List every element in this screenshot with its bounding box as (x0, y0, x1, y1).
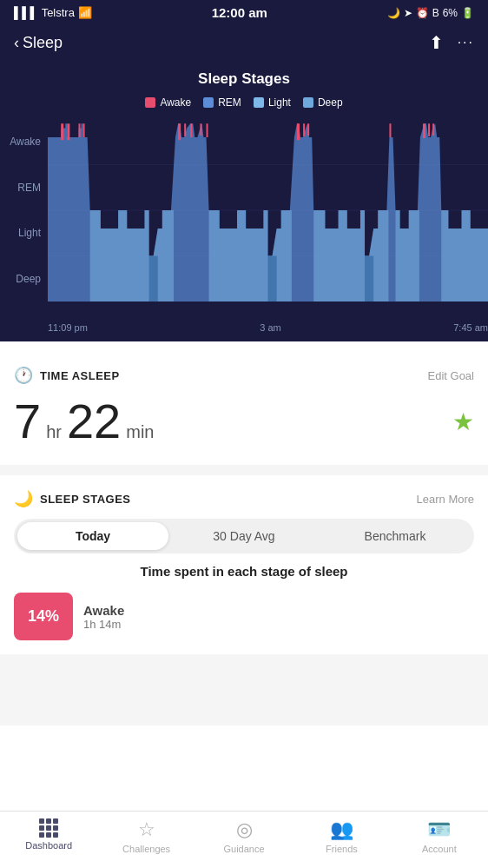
sleep-tabs: Today 30 Day Avg Benchmark (14, 519, 474, 553)
bottom-nav: Dashboard ☆ Challenges ◎ Guidance 👥 Frie… (0, 811, 488, 868)
awake-name: Awake (83, 603, 124, 618)
chart-area: Awake REM Light Deep (0, 119, 488, 341)
y-label-rem: REM (3, 182, 41, 194)
time-asleep-title: TIME ASLEEP (40, 369, 120, 382)
alarm-icon: ⏰ (416, 7, 429, 19)
nav-challenges-label: Challenges (122, 844, 170, 854)
chart-title: Sleep Stages (0, 70, 488, 88)
status-carrier: ▌▌▌ Telstra 📶 (14, 6, 92, 19)
svg-rect-12 (207, 123, 208, 137)
legend-item-light: Light (254, 96, 291, 109)
awake-label: Awake 1h 14m (83, 603, 124, 631)
x-label-start: 11:09 pm (48, 322, 88, 333)
x-label-end: 7:45 am (453, 322, 488, 333)
chevron-left-icon: ‹ (14, 34, 19, 52)
tab-today[interactable]: Today (17, 522, 168, 550)
nav-bar: ‹ Sleep ⬆ ··· (0, 25, 488, 62)
svg-rect-8 (178, 123, 181, 140)
y-label-deep: Deep (3, 273, 41, 285)
min-unit: min (126, 422, 154, 442)
time-display: 7 hr 22 min (14, 397, 154, 446)
legend-label: Awake (160, 96, 191, 109)
friends-icon: 👥 (330, 818, 353, 841)
time-asleep-header: 🕐 TIME ASLEEP Edit Goal (14, 366, 474, 385)
time-display-row: 7 hr 22 min ★ (14, 392, 474, 451)
more-button[interactable]: ··· (458, 35, 474, 50)
nav-dashboard-label: Dashboard (25, 840, 72, 851)
nav-account[interactable]: 🪪 Account (391, 818, 488, 854)
x-axis: 11:09 pm 3 am 7:45 am (0, 319, 488, 341)
svg-rect-18 (428, 123, 430, 136)
awake-time: 1h 14m (83, 618, 124, 631)
hours-value: 7 (14, 397, 41, 446)
nav-account-label: Account (422, 844, 457, 854)
svg-rect-9 (184, 123, 186, 136)
legend-label: Deep (318, 96, 343, 109)
graph-area (48, 119, 488, 319)
svg-rect-13 (297, 123, 300, 140)
tab-30day[interactable]: 30 Day Avg (168, 522, 320, 550)
svg-rect-15 (307, 123, 309, 136)
content-area: 🕐 TIME ASLEEP Edit Goal 7 hr 22 min ★ 🌙 … (0, 352, 488, 726)
time-asleep-card: 🕐 TIME ASLEEP Edit Goal 7 hr 22 min ★ (0, 352, 488, 465)
svg-rect-11 (200, 123, 201, 136)
legend-item-awake: Awake (145, 96, 191, 109)
nav-friends[interactable]: 👥 Friends (293, 818, 390, 854)
hr-unit: hr (46, 422, 62, 442)
nav-challenges[interactable]: ☆ Challenges (97, 818, 195, 854)
sleep-svg (48, 119, 488, 301)
nav-friends-label: Friends (326, 844, 358, 854)
bluetooth-icon: B (432, 7, 439, 19)
signal-icon: ▌▌▌ (14, 6, 38, 19)
sleep-graph: Awake REM Light Deep (0, 119, 488, 319)
location-icon: ➤ (404, 7, 412, 19)
svg-rect-21 (268, 256, 277, 302)
legend-label: REM (218, 96, 241, 109)
svg-rect-4 (61, 123, 63, 140)
sleep-stages-header: 🌙 SLEEP STAGES Learn More (14, 489, 474, 508)
legend-dot (303, 97, 313, 108)
stages-description: Time spent in each stage of sleep (14, 564, 474, 579)
awake-pct: 14% (28, 607, 59, 626)
svg-rect-14 (303, 123, 305, 136)
share-button[interactable]: ⬆ (429, 32, 444, 53)
stage-awake: 14% Awake 1h 14m (14, 593, 474, 640)
moon-section-icon: 🌙 (14, 489, 33, 508)
svg-rect-5 (67, 123, 69, 140)
svg-rect-17 (423, 123, 425, 138)
svg-rect-10 (190, 123, 192, 137)
learn-more-button[interactable]: Learn More (417, 493, 474, 506)
chart-legend: AwakeREMLightDeep (0, 96, 488, 109)
x-label-mid: 3 am (260, 322, 280, 333)
account-icon: 🪪 (427, 818, 451, 841)
sleep-stages-title: SLEEP STAGES (40, 493, 131, 506)
battery-label: 6% (443, 7, 458, 19)
dashboard-icon (39, 818, 58, 838)
legend-item-deep: Deep (303, 96, 343, 109)
tab-benchmark[interactable]: Benchmark (320, 522, 471, 550)
y-label-awake: Awake (3, 136, 41, 148)
legend-item-rem: REM (203, 96, 241, 109)
svg-rect-7 (83, 123, 85, 137)
svg-rect-22 (365, 256, 373, 302)
guidance-icon: ◎ (236, 818, 253, 841)
edit-goal-button[interactable]: Edit Goal (428, 369, 474, 382)
star-icon: ★ (452, 407, 474, 436)
nav-guidance[interactable]: ◎ Guidance (195, 818, 293, 854)
challenges-icon: ☆ (138, 818, 155, 841)
minutes-value: 22 (67, 397, 121, 446)
svg-rect-16 (389, 123, 391, 137)
nav-dashboard[interactable]: Dashboard (0, 818, 97, 854)
status-time: 12:00 am (212, 5, 267, 20)
svg-rect-20 (149, 256, 158, 302)
legend-dot (145, 97, 155, 108)
time-asleep-title-row: 🕐 TIME ASLEEP (14, 366, 120, 385)
chart-container: Sleep Stages AwakeREMLightDeep Awake REM… (0, 62, 488, 341)
status-right: 🌙 ➤ ⏰ B 6% 🔋 (387, 7, 474, 19)
back-button[interactable]: ‹ Sleep (14, 34, 63, 52)
back-label: Sleep (23, 34, 63, 52)
y-label-light: Light (3, 227, 41, 239)
legend-label: Light (268, 96, 291, 109)
sleep-stages-title-row: 🌙 SLEEP STAGES (14, 489, 131, 508)
y-axis: Awake REM Light Deep (0, 119, 48, 319)
